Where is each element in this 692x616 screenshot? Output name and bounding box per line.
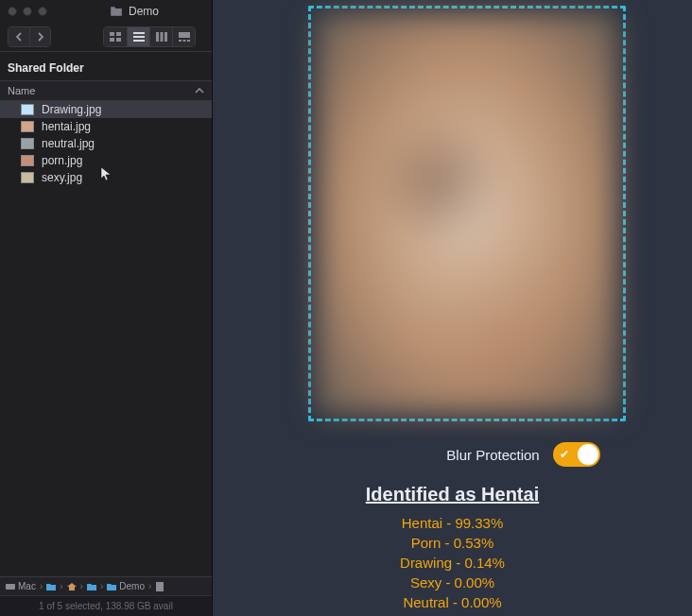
drop-zone[interactable] [308, 6, 626, 421]
svg-rect-13 [187, 40, 190, 42]
nav-buttons [8, 26, 51, 47]
section-title: Shared Folder [0, 51, 212, 80]
path-segment[interactable] [67, 582, 77, 591]
svg-rect-14 [22, 105, 34, 115]
view-icon-button[interactable] [104, 27, 127, 46]
score-line: Drawing - 0.14% [400, 553, 505, 573]
result-title: Identified as Hentai [366, 484, 539, 505]
column-header-label: Name [8, 85, 35, 96]
blurred-image-preview [316, 13, 616, 414]
disk-icon [6, 582, 15, 591]
file-row[interactable]: sexy.jpg [0, 169, 212, 186]
gallery-icon [179, 32, 190, 42]
folder-icon [87, 582, 96, 591]
file-name: neutral.jpg [42, 137, 95, 150]
path-separator: › [40, 581, 43, 591]
path-separator: › [148, 581, 151, 591]
svg-rect-6 [133, 40, 145, 42]
grid-icon [110, 32, 121, 42]
svg-rect-19 [6, 584, 15, 590]
close-traffic-light[interactable] [8, 7, 17, 16]
file-name: sexy.jpg [42, 171, 82, 184]
svg-rect-5 [133, 36, 145, 38]
svg-rect-15 [22, 122, 34, 132]
image-file-icon [21, 121, 34, 132]
chevron-right-icon [37, 32, 44, 42]
svg-rect-10 [179, 32, 190, 38]
svg-rect-7 [156, 32, 159, 42]
score-line: Sexy - 0.00% [400, 573, 505, 592]
nav-back-button[interactable] [9, 27, 29, 46]
path-bar[interactable]: Mac››››Demo› [0, 576, 212, 595]
preview-panel: Blur Protection ✔ Identified as Hentai H… [213, 0, 692, 616]
path-segment[interactable] [155, 582, 164, 591]
svg-rect-17 [22, 156, 34, 166]
file-row[interactable]: porn.jpg [0, 152, 212, 169]
status-bar: 1 of 5 selected, 138.98 GB avail [0, 595, 212, 616]
view-columns-button[interactable] [149, 27, 172, 46]
minimize-traffic-light[interactable] [23, 7, 32, 16]
path-segment[interactable]: Mac [6, 581, 36, 591]
file-icon [155, 582, 164, 591]
file-name: porn.jpg [42, 154, 82, 167]
view-switcher [103, 26, 196, 47]
home-icon [67, 582, 77, 591]
svg-rect-16 [22, 139, 34, 149]
finder-toolbar [0, 23, 212, 51]
path-segment[interactable]: Demo [107, 581, 145, 591]
status-text: 1 of 5 selected, 138.98 GB avail [39, 601, 173, 611]
window-title: Demo [110, 5, 159, 18]
svg-rect-18 [22, 173, 34, 183]
finder-panel: Demo Shared Folder [0, 0, 213, 616]
window-title-text: Demo [129, 5, 159, 18]
file-name: Drawing.jpg [42, 103, 101, 116]
nav-forward-button[interactable] [29, 27, 50, 46]
svg-rect-9 [164, 32, 167, 42]
path-separator: › [100, 581, 103, 591]
image-file-icon [21, 138, 34, 149]
file-row[interactable]: Drawing.jpg [0, 101, 212, 118]
score-line: Hentai - 99.33% [400, 513, 505, 533]
image-file-icon [21, 104, 34, 115]
svg-rect-8 [160, 32, 163, 42]
score-line: Neutral - 0.00% [400, 592, 505, 612]
svg-rect-20 [156, 582, 164, 591]
folder-icon [110, 6, 123, 17]
svg-rect-4 [133, 32, 145, 34]
svg-rect-12 [182, 40, 185, 42]
view-gallery-button[interactable] [172, 27, 195, 46]
list-icon [133, 32, 145, 42]
sort-chevron-icon [195, 86, 204, 95]
path-separator: › [60, 581, 62, 591]
score-list: Hentai - 99.33%Porn - 0.53%Drawing - 0.1… [400, 513, 505, 612]
chevron-left-icon [15, 32, 23, 42]
columns-icon [156, 32, 167, 42]
path-separator: › [80, 581, 83, 591]
blur-toggle-label: Blur Protection [446, 447, 539, 463]
column-header-name[interactable]: Name [0, 80, 212, 101]
check-icon: ✔ [560, 448, 569, 461]
path-segment[interactable] [46, 582, 56, 591]
blur-toggle[interactable]: ✔ [553, 442, 600, 467]
svg-rect-3 [116, 38, 121, 42]
zoom-traffic-light[interactable] [38, 7, 47, 16]
file-row[interactable]: neutral.jpg [0, 135, 212, 152]
toggle-knob [578, 444, 598, 465]
folder-icon [46, 582, 56, 591]
image-file-icon [21, 172, 34, 183]
image-file-icon [21, 155, 34, 166]
window-chrome: Demo [0, 0, 212, 23]
view-list-button[interactable] [127, 27, 149, 46]
score-line: Porn - 0.53% [400, 533, 505, 553]
file-list: Drawing.jpghentai.jpgneutral.jpgporn.jpg… [0, 101, 212, 186]
svg-rect-0 [110, 32, 114, 36]
svg-rect-11 [179, 40, 182, 42]
svg-rect-1 [116, 32, 121, 36]
folder-icon [107, 582, 116, 591]
file-name: hentai.jpg [42, 120, 91, 133]
blur-toggle-row: Blur Protection ✔ [446, 442, 599, 467]
file-row[interactable]: hentai.jpg [0, 118, 212, 135]
path-segment[interactable] [87, 582, 96, 591]
svg-rect-2 [110, 38, 114, 42]
